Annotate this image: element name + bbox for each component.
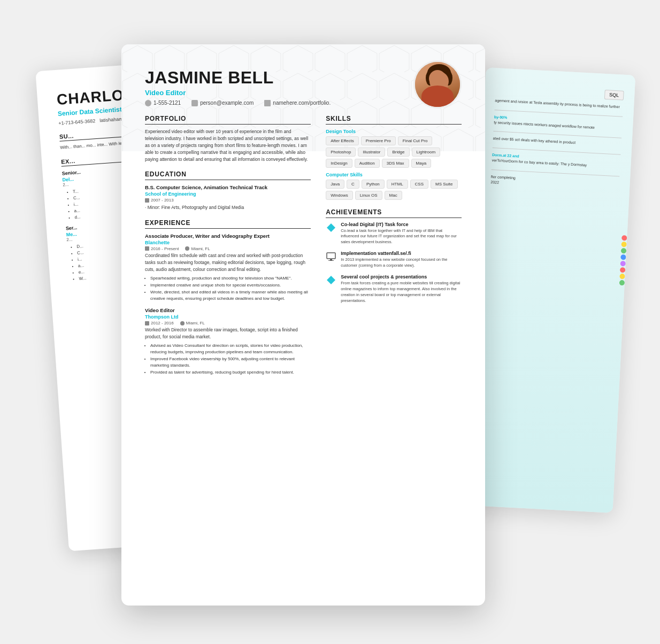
jasmine-website: namehere.com/portfolio. [264,100,331,106]
achievement-3-text: From task forces creating a pure mobile … [341,281,462,304]
skill-css: CSS [410,180,428,189]
exp2-company: Thompson Ltd [145,314,311,320]
exp1-dates: 2016 - Present [145,246,179,251]
right-section-4: Dorm.at 22 and verToYourDorm for co bay … [492,152,620,169]
achievement-3-content: Several cool projects & presentations Fr… [341,274,462,304]
exp1-bullet-3: Wrote, directed, shot and edited all vid… [150,289,311,302]
exp2-desc: Worked with Director to assemble raw ima… [145,327,311,340]
svg-rect-13 [327,253,335,259]
right-dollar: ated over $5 uct deals with key athered … [493,136,621,148]
exp1-title: Associate Producer, Writer and Videograp… [145,233,311,239]
exp2-title: Video Editor [145,307,311,313]
education-meta: 2007 - 2013 [145,198,311,203]
svg-point-8 [442,78,444,81]
skill-bridge: Bridge [387,148,409,157]
exp1-bullet-1: Spearheaded writing, production and shoo… [150,275,311,282]
achievement-1-title: Co-lead Digital (IT) Task force [341,222,462,227]
svg-rect-11 [436,90,442,97]
skill-ms-suite: MS Suite [431,180,457,189]
skill-audition: Audition [355,159,380,168]
exp1-bullet-2: Implemented creative and unique shots fo… [150,282,311,289]
skill-java: Java [326,180,344,189]
education-dates: 2007 - 2013 [151,198,174,203]
svg-point-7 [434,78,437,81]
achievement-1: Co-lead Digital (IT) Task force Co-lead … [326,222,462,246]
education-degree: B.S. Computer Science, Animation Technic… [145,184,311,190]
location-icon-2 [180,321,185,325]
jasmine-photo [413,60,462,108]
svg-marker-12 [327,223,335,232]
svg-marker-16 [327,276,335,284]
exp2-meta: 2012 - 2016 Miami, FL [145,321,311,325]
jasmine-two-col: PORTFOLIO Experienced video editor with … [145,115,462,377]
svg-point-6 [429,72,449,91]
skill-indesign: InDesign [326,159,352,168]
achievement-1-content: Co-lead Digital (IT) Task force Co-lead … [341,222,462,246]
education-school: School of Engineering [145,191,311,197]
achievements-title: ACHIEVEMENTS [326,208,462,218]
skill-windows: Windows [326,191,352,200]
computer-skills-grid: Java C Python HTML CSS MS Suite Windows … [326,180,462,200]
svg-point-9 [438,82,440,83]
skill-mac: Mac [385,191,402,200]
experience-title: EXPERIENCE [145,219,311,229]
skills-title: SKILLS [326,115,462,125]
phone-icon [145,100,151,106]
scene: CHARLOTTE MAY Senior Data Scientist | CA… [36,28,624,616]
calendar-icon-3 [145,321,149,325]
location-icon-1 [185,246,189,251]
svg-rect-14 [330,259,332,260]
education-title: EDUCATION [145,170,311,180]
right-section-5: fter completing 2022 [490,174,619,191]
right-resume: SQL agement and ivision at Tesla assembl… [463,67,636,513]
svg-point-4 [426,71,434,86]
jasmine-contact: 1-555-2121 person@example.com namehere.c… [145,100,462,106]
exp2-bullets: Advised as Video Consultant for directio… [150,343,311,376]
skill-c: C [347,180,359,189]
exp2-bullet-1: Advised as Video Consultant for directio… [150,343,311,355]
exp1-company: Blanchette [145,240,311,245]
jasmine-email: person@example.com [191,100,254,106]
achievement-1-text: Co-lead a task force together with IT an… [341,228,462,246]
skill-python: Python [362,180,385,189]
right-text-1: agement and ivision at Tesla assembly it… [495,98,623,110]
portfolio-text: Experienced video editor with over 10 ye… [145,128,311,164]
skill-linux-os: Linux OS [355,191,382,200]
jasmine-phone: 1-555-2121 [145,100,181,106]
education-date-item: 2007 - 2013 [145,198,174,203]
exp1-meta: 2016 - Present Miami, FL [145,246,311,251]
achievement-3-title: Several cool projects & presentations [341,274,462,280]
skill-premiere-pro: Premiere Pro [361,136,396,145]
achievement-2-title: Implementation vattenfall.se/.fi [341,251,462,256]
jasmine-photo-face [415,62,460,107]
portfolio-title: PORTFOLIO [145,115,311,125]
exp1-location: Miami, FL [185,246,210,251]
achievement-2-content: Implementation vattenfall.se/.fi In 2013… [341,251,462,269]
computer-skills-label: Computer Skills [326,172,462,177]
achievement-1-icon [326,222,336,233]
design-tools-label: Design Tools [326,129,462,134]
right-section-3: ated over $5 uct deals with key athered … [493,136,621,148]
sql-tag: SQL [604,89,624,100]
achievement-2-text: In 2013 implemented a new website concep… [341,257,462,269]
skill-illustrator: Illustrator [358,148,385,157]
monitor-icon [326,251,336,262]
charlotte-phone: +1-713-645-3682 [58,118,96,126]
skill-maya: Maya [411,159,432,168]
exp2-bullet-3: Provided as talent for advertising, redu… [150,369,311,376]
exp2-location: Miami, FL [180,321,205,325]
skill-html: HTML [387,180,408,189]
diamond-icon-1 [326,222,336,233]
jasmine-resume: JASMINE BELL Video Editor 1-555-2121 per… [121,44,485,606]
calendar-icon-2 [145,246,149,251]
skill-photoshop: Photoshop [326,148,356,157]
skill-after-effects: After Effects [326,136,358,145]
exp2-bullet-2: Improved Facebook video viewership by 50… [150,356,311,369]
achievement-2: Implementation vattenfall.se/.fi In 2013… [326,251,462,269]
achievement-3-icon [326,275,336,285]
education-minor: · Minor: Fine Arts, Photography and Digi… [145,204,311,211]
svg-rect-15 [328,260,334,261]
exp2-dates: 2012 - 2016 [145,321,174,325]
design-tools-grid: After Effects Premiere Pro Final Cut Pro… [326,136,462,168]
link-icon [264,100,271,106]
